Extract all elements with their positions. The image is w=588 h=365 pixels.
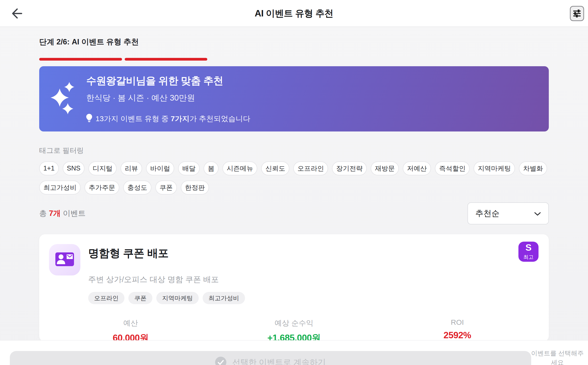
- event-card-main: 명함형 쿠폰 배포 주변 상가/오피스 대상 명함 쿠폰 배포 오프라인쿠폰지역…: [49, 244, 539, 304]
- main-content: 단계 2/6: AI 이벤트 유형 추천 수원왕갈비님을 위한 맞춤 추천 한식…: [0, 27, 588, 365]
- event-description: 주변 상가/오피스 대상 명함 쿠폰 배포: [88, 274, 245, 285]
- recommendation-banner: 수원왕갈비님을 위한 맞춤 추천 한식당 · 봄 시즌 · 예산 30만원 13…: [39, 66, 549, 131]
- filter-chips: 1+1SNS디지털리뷰바이럴배달봄시즌메뉴신뢰도오프라인장기전략재방문저예산즉석…: [39, 161, 549, 195]
- stat-label: 예산: [49, 318, 212, 328]
- check-circle-icon: [215, 357, 226, 365]
- step-label: 단계 2/6: AI 이벤트 유형 추천: [39, 37, 549, 47]
- stat-label: ROI: [376, 318, 539, 326]
- progress-segment: [466, 58, 549, 61]
- filter-settings-button[interactable]: [570, 6, 584, 21]
- page-title: AI 이벤트 유형 추천: [0, 0, 588, 27]
- event-tags: 오프라인쿠폰지역마케팅최고가성비: [88, 292, 245, 304]
- results-row: 총 7개 이벤트 추천순: [39, 202, 549, 224]
- grade-label: 최고: [523, 254, 534, 261]
- event-icon-tile: [49, 244, 80, 275]
- progress-segment: [39, 58, 122, 61]
- filter-chip[interactable]: 바이럴: [146, 161, 174, 175]
- filter-chip[interactable]: 저예산: [403, 161, 431, 175]
- filter-chip[interactable]: 배달: [178, 161, 200, 175]
- filter-chip[interactable]: 봄: [204, 161, 219, 175]
- filter-chip[interactable]: 지역마케팅: [474, 161, 515, 175]
- filter-chip[interactable]: 디지털: [88, 161, 117, 175]
- contact-card-icon: [55, 252, 74, 267]
- filter-chip[interactable]: 추가주문: [85, 181, 119, 195]
- chevron-down-icon: [534, 209, 541, 218]
- event-tag: 최고가성비: [203, 292, 245, 304]
- filter-chip[interactable]: 리뷰: [121, 161, 142, 175]
- sort-selected-value: 추천순: [475, 208, 500, 219]
- banner-subtitle: 한식당 · 봄 시즌 · 예산 30만원: [86, 92, 250, 104]
- filter-chip[interactable]: 최고가성비: [39, 181, 81, 195]
- header: AI 이벤트 유형 추천: [0, 0, 588, 27]
- event-count-number: 7개: [49, 209, 61, 218]
- banner-info: 13가지 이벤트 유형 중 7가지가 추천되었습니다: [86, 114, 250, 124]
- selection-hint: 이벤트를 선택해주세요: [529, 349, 586, 365]
- filter-chip[interactable]: 한정판: [181, 181, 209, 195]
- event-count: 총 7개 이벤트: [39, 208, 86, 219]
- filter-chip[interactable]: 차별화: [519, 161, 547, 175]
- banner-info-text: 13가지 이벤트 유형 중 7가지가 추천되었습니다: [96, 114, 250, 124]
- continue-button-label: 선택한 이벤트로 계속하기: [232, 357, 326, 365]
- event-title: 명함형 쿠폰 배포: [88, 246, 245, 261]
- event-tag: 오프라인: [88, 292, 124, 304]
- banner-info-count: 7가지: [171, 115, 190, 123]
- progress-track: [39, 58, 549, 61]
- filter-chip[interactable]: 쿠폰: [155, 181, 177, 195]
- progress-segment: [210, 58, 293, 61]
- grade-letter: S: [526, 243, 532, 252]
- banner-text: 수원왕갈비님을 위한 맞춤 추천 한식당 · 봄 시즌 · 예산 30만원 13…: [86, 74, 250, 124]
- filter-chip[interactable]: 신뢰도: [261, 161, 289, 175]
- filter-chip[interactable]: 즉석할인: [435, 161, 470, 175]
- filter-chip[interactable]: 오프라인: [293, 161, 328, 175]
- event-card-content: 명함형 쿠폰 배포 주변 상가/오피스 대상 명함 쿠폰 배포 오프라인쿠폰지역…: [88, 244, 245, 304]
- bottom-bar: 선택한 이벤트로 계속하기 이벤트를 선택해주세요: [0, 340, 588, 365]
- filter-chip[interactable]: SNS: [63, 161, 85, 175]
- progress-segment: [125, 58, 208, 61]
- sort-select[interactable]: 추천순: [467, 202, 549, 224]
- event-tag: 쿠폰: [128, 292, 152, 304]
- sparkles-icon: [50, 82, 76, 116]
- filter-section-label: 태그로 필터링: [39, 146, 549, 156]
- continue-button[interactable]: 선택한 이벤트로 계속하기: [10, 351, 531, 365]
- event-card[interactable]: 명함형 쿠폰 배포 주변 상가/오피스 대상 명함 쿠폰 배포 오프라인쿠폰지역…: [39, 234, 549, 342]
- progress-segment: [295, 58, 378, 61]
- filter-chip[interactable]: 장기전략: [332, 161, 367, 175]
- filter-chip[interactable]: 충성도: [123, 181, 151, 195]
- event-tag: 지역마케팅: [156, 292, 199, 304]
- stat-label: 예상 순수익: [212, 318, 376, 328]
- filter-chip[interactable]: 시즌메뉴: [222, 161, 257, 175]
- progress-segment: [381, 58, 464, 61]
- grade-badge: S 최고: [518, 242, 539, 262]
- sliders-icon: [573, 9, 581, 18]
- stat-value: 2592%: [376, 330, 539, 340]
- banner-title: 수원왕갈비님을 위한 맞춤 추천: [86, 74, 250, 88]
- lightbulb-icon: [86, 114, 92, 124]
- filter-chip[interactable]: 1+1: [39, 161, 59, 175]
- filter-chip[interactable]: 재방문: [371, 161, 399, 175]
